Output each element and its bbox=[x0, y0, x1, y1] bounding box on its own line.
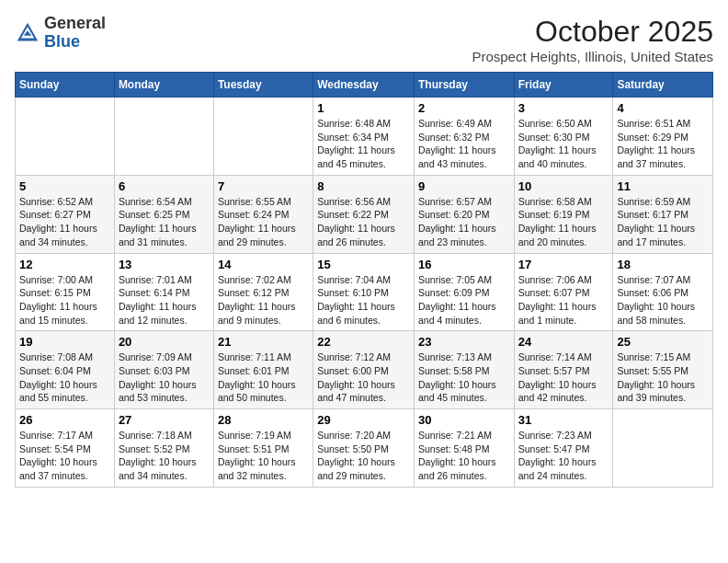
day-info: Sunrise: 7:05 AMSunset: 6:09 PMDaylight:… bbox=[418, 273, 510, 327]
calendar-body: 1Sunrise: 6:48 AMSunset: 6:34 PMDaylight… bbox=[16, 98, 713, 488]
day-info: Sunrise: 6:58 AMSunset: 6:19 PMDaylight:… bbox=[518, 195, 609, 249]
calendar-cell: 31Sunrise: 7:23 AMSunset: 5:47 PMDayligh… bbox=[514, 409, 613, 488]
calendar-header: Sunday Monday Tuesday Wednesday Thursday… bbox=[16, 73, 713, 98]
calendar-cell: 6Sunrise: 6:54 AMSunset: 6:25 PMDaylight… bbox=[114, 175, 213, 253]
calendar-cell bbox=[114, 98, 213, 176]
day-number: 24 bbox=[518, 335, 609, 349]
day-number: 22 bbox=[317, 335, 410, 349]
day-info: Sunrise: 6:48 AMSunset: 6:34 PMDaylight:… bbox=[317, 117, 410, 171]
logo: General Blue bbox=[15, 15, 106, 52]
day-number: 8 bbox=[317, 179, 410, 193]
day-info: Sunrise: 6:56 AMSunset: 6:22 PMDaylight:… bbox=[317, 195, 410, 249]
day-number: 4 bbox=[617, 101, 709, 115]
calendar-cell: 1Sunrise: 6:48 AMSunset: 6:34 PMDaylight… bbox=[313, 98, 415, 176]
day-number: 18 bbox=[617, 258, 709, 271]
calendar-cell: 2Sunrise: 6:49 AMSunset: 6:32 PMDaylight… bbox=[414, 98, 514, 176]
day-number: 28 bbox=[218, 413, 309, 427]
day-info: Sunrise: 7:11 AMSunset: 6:01 PMDaylight:… bbox=[218, 350, 309, 405]
day-number: 5 bbox=[19, 179, 110, 193]
calendar-cell: 3Sunrise: 6:50 AMSunset: 6:30 PMDaylight… bbox=[514, 98, 613, 176]
calendar-cell: 23Sunrise: 7:13 AMSunset: 5:58 PMDayligh… bbox=[414, 331, 514, 409]
day-info: Sunrise: 7:23 AMSunset: 5:47 PMDaylight:… bbox=[518, 429, 609, 483]
day-info: Sunrise: 7:00 AMSunset: 6:15 PMDaylight:… bbox=[19, 273, 110, 327]
col-tuesday: Tuesday bbox=[213, 73, 313, 98]
col-sunday: Sunday bbox=[16, 73, 115, 98]
day-number: 21 bbox=[218, 335, 309, 349]
calendar-cell: 25Sunrise: 7:15 AMSunset: 5:55 PMDayligh… bbox=[613, 331, 713, 409]
calendar-cell bbox=[213, 98, 313, 176]
day-info: Sunrise: 7:09 AMSunset: 6:03 PMDaylight:… bbox=[119, 350, 210, 405]
col-wednesday: Wednesday bbox=[313, 73, 415, 98]
calendar-cell: 20Sunrise: 7:09 AMSunset: 6:03 PMDayligh… bbox=[114, 331, 213, 409]
day-number: 27 bbox=[119, 413, 210, 427]
day-info: Sunrise: 6:52 AMSunset: 6:27 PMDaylight:… bbox=[19, 195, 110, 249]
day-info: Sunrise: 6:54 AMSunset: 6:25 PMDaylight:… bbox=[119, 195, 210, 249]
calendar-week-1: 1Sunrise: 6:48 AMSunset: 6:34 PMDaylight… bbox=[16, 98, 713, 176]
calendar-cell: 8Sunrise: 6:56 AMSunset: 6:22 PMDaylight… bbox=[313, 175, 415, 253]
day-info: Sunrise: 7:17 AMSunset: 5:54 PMDaylight:… bbox=[19, 429, 110, 483]
day-info: Sunrise: 7:19 AMSunset: 5:51 PMDaylight:… bbox=[218, 429, 309, 483]
day-info: Sunrise: 6:51 AMSunset: 6:29 PMDaylight:… bbox=[617, 117, 709, 171]
calendar-week-2: 5Sunrise: 6:52 AMSunset: 6:27 PMDaylight… bbox=[16, 175, 713, 253]
col-monday: Monday bbox=[114, 73, 213, 98]
day-number: 9 bbox=[418, 179, 510, 193]
calendar-table: Sunday Monday Tuesday Wednesday Thursday… bbox=[15, 72, 713, 488]
day-info: Sunrise: 6:57 AMSunset: 6:20 PMDaylight:… bbox=[418, 195, 510, 249]
day-info: Sunrise: 7:14 AMSunset: 5:57 PMDaylight:… bbox=[518, 350, 609, 405]
calendar-cell bbox=[613, 409, 713, 488]
day-info: Sunrise: 7:13 AMSunset: 5:58 PMDaylight:… bbox=[418, 350, 510, 405]
calendar-cell: 10Sunrise: 6:58 AMSunset: 6:19 PMDayligh… bbox=[514, 175, 613, 253]
calendar-cell: 5Sunrise: 6:52 AMSunset: 6:27 PMDaylight… bbox=[16, 175, 115, 253]
calendar-cell: 26Sunrise: 7:17 AMSunset: 5:54 PMDayligh… bbox=[16, 409, 115, 488]
calendar-cell: 24Sunrise: 7:14 AMSunset: 5:57 PMDayligh… bbox=[514, 331, 613, 409]
day-number: 25 bbox=[617, 335, 709, 349]
day-info: Sunrise: 7:15 AMSunset: 5:55 PMDaylight:… bbox=[617, 350, 709, 405]
day-number: 17 bbox=[518, 258, 609, 271]
calendar-cell: 22Sunrise: 7:12 AMSunset: 6:00 PMDayligh… bbox=[313, 331, 415, 409]
col-friday: Friday bbox=[514, 73, 613, 98]
day-info: Sunrise: 7:21 AMSunset: 5:48 PMDaylight:… bbox=[418, 429, 510, 483]
calendar-cell: 9Sunrise: 6:57 AMSunset: 6:20 PMDaylight… bbox=[414, 175, 514, 253]
day-info: Sunrise: 7:07 AMSunset: 6:06 PMDaylight:… bbox=[617, 273, 709, 327]
day-number: 20 bbox=[119, 335, 210, 349]
day-number: 19 bbox=[19, 335, 110, 349]
calendar-cell: 12Sunrise: 7:00 AMSunset: 6:15 PMDayligh… bbox=[16, 253, 115, 331]
calendar-cell: 29Sunrise: 7:20 AMSunset: 5:50 PMDayligh… bbox=[313, 409, 415, 488]
day-number: 10 bbox=[518, 179, 609, 193]
day-info: Sunrise: 7:04 AMSunset: 6:10 PMDaylight:… bbox=[317, 273, 410, 327]
day-number: 30 bbox=[418, 413, 510, 427]
day-number: 2 bbox=[418, 101, 510, 115]
calendar-cell: 14Sunrise: 7:02 AMSunset: 6:12 PMDayligh… bbox=[213, 253, 313, 331]
calendar-cell: 16Sunrise: 7:05 AMSunset: 6:09 PMDayligh… bbox=[414, 253, 514, 331]
calendar-week-3: 12Sunrise: 7:00 AMSunset: 6:15 PMDayligh… bbox=[16, 253, 713, 331]
calendar-cell: 17Sunrise: 7:06 AMSunset: 6:07 PMDayligh… bbox=[514, 253, 613, 331]
day-info: Sunrise: 7:06 AMSunset: 6:07 PMDaylight:… bbox=[518, 273, 609, 327]
month-title: October 2025 bbox=[472, 15, 713, 49]
day-number: 12 bbox=[19, 258, 110, 271]
col-thursday: Thursday bbox=[414, 73, 514, 98]
calendar-cell: 21Sunrise: 7:11 AMSunset: 6:01 PMDayligh… bbox=[213, 331, 313, 409]
day-info: Sunrise: 7:18 AMSunset: 5:52 PMDaylight:… bbox=[119, 429, 210, 483]
col-saturday: Saturday bbox=[613, 73, 713, 98]
day-number: 23 bbox=[418, 335, 510, 349]
day-number: 11 bbox=[617, 179, 709, 193]
calendar-week-4: 19Sunrise: 7:08 AMSunset: 6:04 PMDayligh… bbox=[16, 331, 713, 409]
calendar-cell: 18Sunrise: 7:07 AMSunset: 6:06 PMDayligh… bbox=[613, 253, 713, 331]
calendar-cell: 30Sunrise: 7:21 AMSunset: 5:48 PMDayligh… bbox=[414, 409, 514, 488]
calendar-cell: 28Sunrise: 7:19 AMSunset: 5:51 PMDayligh… bbox=[213, 409, 313, 488]
day-number: 6 bbox=[119, 179, 210, 193]
day-number: 13 bbox=[119, 258, 210, 271]
calendar-cell: 19Sunrise: 7:08 AMSunset: 6:04 PMDayligh… bbox=[16, 331, 115, 409]
day-info: Sunrise: 6:50 AMSunset: 6:30 PMDaylight:… bbox=[518, 117, 609, 171]
day-number: 16 bbox=[418, 258, 510, 271]
day-number: 1 bbox=[317, 101, 410, 115]
calendar-cell: 7Sunrise: 6:55 AMSunset: 6:24 PMDaylight… bbox=[213, 175, 313, 253]
day-info: Sunrise: 6:55 AMSunset: 6:24 PMDaylight:… bbox=[218, 195, 309, 249]
day-number: 15 bbox=[317, 258, 410, 271]
day-info: Sunrise: 7:08 AMSunset: 6:04 PMDaylight:… bbox=[19, 350, 110, 405]
day-number: 7 bbox=[218, 179, 309, 193]
day-info: Sunrise: 7:01 AMSunset: 6:14 PMDaylight:… bbox=[119, 273, 210, 327]
day-number: 31 bbox=[518, 413, 609, 427]
calendar-cell: 13Sunrise: 7:01 AMSunset: 6:14 PMDayligh… bbox=[114, 253, 213, 331]
calendar-cell: 15Sunrise: 7:04 AMSunset: 6:10 PMDayligh… bbox=[313, 253, 415, 331]
